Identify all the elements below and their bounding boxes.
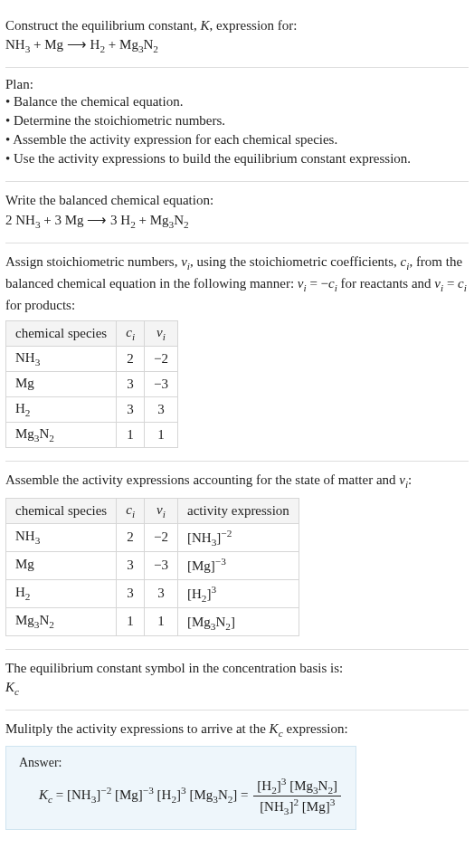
cell-nu: 1 <box>145 422 178 447</box>
var-c: c <box>458 276 464 291</box>
text: + 3 Mg ⟶ 3 H <box>41 213 131 227</box>
sub-i: i <box>163 331 166 342</box>
text: [Mg <box>186 787 213 802</box>
answer-box: Answer: Kc = [NH3]−2 [Mg]−3 [H2]3 [Mg3N2… <box>5 746 356 830</box>
stoich-table: chemical species ci νi NH3 2 −2 Mg 3 −3 … <box>5 320 178 448</box>
sub-i: i <box>163 509 166 520</box>
var-c: c <box>126 325 132 339</box>
text: NH <box>15 350 35 365</box>
cell-activity: [H2]3 <box>177 579 299 607</box>
kc-symbol: Kc <box>5 680 469 697</box>
var-nu: ν <box>399 472 405 487</box>
cell-ci: 2 <box>117 523 145 551</box>
cell-species: Mg <box>6 551 117 579</box>
text: [Mg <box>286 778 313 793</box>
text: N <box>39 613 49 627</box>
var-nu: ν <box>156 325 163 339</box>
cell-species: Mg <box>6 371 117 396</box>
cell-species: NH3 <box>6 523 117 551</box>
activity-table: chemical species ci νi activity expressi… <box>5 498 299 636</box>
table-row: Mg 3 −3 [Mg]−3 <box>6 551 299 579</box>
bullet: • Assemble the activity expression for e… <box>5 130 469 149</box>
balanced-block: Write the balanced chemical equation: 2 … <box>5 182 469 243</box>
th-species: chemical species <box>6 320 117 346</box>
table-row: Mg3N2 1 1 [Mg3N2] <box>6 607 299 635</box>
text: = − <box>307 276 328 291</box>
text: N <box>174 213 184 227</box>
text: [H <box>257 778 271 793</box>
text: 2 NH <box>5 213 35 227</box>
sub-i: i <box>464 282 467 293</box>
superscript: −2 <box>100 785 111 796</box>
eq: = <box>237 787 251 802</box>
cell-species: NH3 <box>6 346 117 371</box>
cell-activity: [Mg3N2] <box>177 607 299 635</box>
text: [H <box>154 787 172 802</box>
cell-ci: 1 <box>117 607 145 635</box>
var-nu: ν <box>434 276 441 291</box>
text: [NH <box>67 787 91 802</box>
var-K: K <box>270 721 279 736</box>
text: NH <box>15 529 35 543</box>
species: NH <box>5 37 25 52</box>
text: Mg <box>15 376 34 390</box>
page: Construct the equilibrium constant, K, e… <box>0 0 474 861</box>
text: for products: <box>5 298 75 312</box>
cell-activity: [NH3]−2 <box>177 523 299 551</box>
var-K: K <box>5 680 14 694</box>
sub-i: i <box>132 331 135 342</box>
cell-ci: 2 <box>117 346 145 371</box>
assign-block: Assign stoichiometric numbers, νi, using… <box>5 243 469 462</box>
text: Construct the equilibrium constant, <box>5 18 200 33</box>
text: ] <box>231 615 235 629</box>
cell-ci: 3 <box>117 551 145 579</box>
table-row: NH3 2 −2 [NH3]−2 <box>6 523 299 551</box>
species: Mg <box>119 37 138 52</box>
th-activity: activity expression <box>177 498 299 523</box>
text: ] <box>333 778 337 793</box>
bullet: • Determine the stoichiometric numbers. <box>5 111 469 130</box>
cell-nu: −3 <box>145 551 178 579</box>
th-species: chemical species <box>6 498 117 523</box>
var-nu: ν <box>181 254 187 269</box>
cell-nu: 3 <box>145 396 178 422</box>
cell-nu: −3 <box>145 371 178 396</box>
cell-nu: 3 <box>145 579 178 607</box>
superscript: −3 <box>143 785 154 796</box>
table-row: H2 3 3 <box>6 396 178 422</box>
var-c: c <box>126 502 132 517</box>
cell-nu: −2 <box>145 523 178 551</box>
answer-label: Answer: <box>19 756 343 770</box>
cell-species: H2 <box>6 579 117 607</box>
cell-ci: 1 <box>117 422 145 447</box>
plus: + <box>30 37 44 52</box>
text: Assign stoichiometric numbers, <box>5 254 181 269</box>
text: H <box>15 401 25 415</box>
activity-intro: Assemble the activity expressions accoun… <box>5 471 469 492</box>
multiply-block: Mulitply the activity expressions to arr… <box>5 711 469 844</box>
cell-species: Mg3N2 <box>6 607 117 635</box>
table-header-row: chemical species ci νi activity expressi… <box>6 498 299 523</box>
cell-activity: [Mg]−3 <box>177 551 299 579</box>
text: Mg <box>15 557 34 571</box>
assign-paragraph: Assign stoichiometric numbers, νi, using… <box>5 253 469 315</box>
table-header-row: chemical species ci νi <box>6 320 178 346</box>
species: N <box>144 37 154 52</box>
denominator: [NH3]2 [Mg]3 <box>253 796 341 816</box>
plan-bullets: • Balance the chemical equation. • Deter… <box>5 92 469 168</box>
kc-expression: Kc = [NH3]−2 [Mg]−3 [H2]3 [Mg3N2] = [H2]… <box>19 776 343 816</box>
text: [Mg] <box>111 787 143 802</box>
superscript: 3 <box>211 584 216 595</box>
text: N <box>215 615 225 629</box>
text: Mg <box>15 426 34 441</box>
text: [Mg <box>187 615 211 629</box>
balanced-intro: Write the balanced chemical equation: <box>5 191 469 210</box>
prompt-line-1: Construct the equilibrium constant, K, e… <box>5 16 469 34</box>
cell-nu: 1 <box>145 607 178 635</box>
table-row: NH3 2 −2 <box>6 346 178 371</box>
var-K: K <box>39 787 48 802</box>
text: for reactants and <box>337 276 434 291</box>
subscript: 2 <box>49 619 54 630</box>
species: H <box>90 37 100 52</box>
plan-block: Plan: • Balance the chemical equation. •… <box>5 68 469 182</box>
